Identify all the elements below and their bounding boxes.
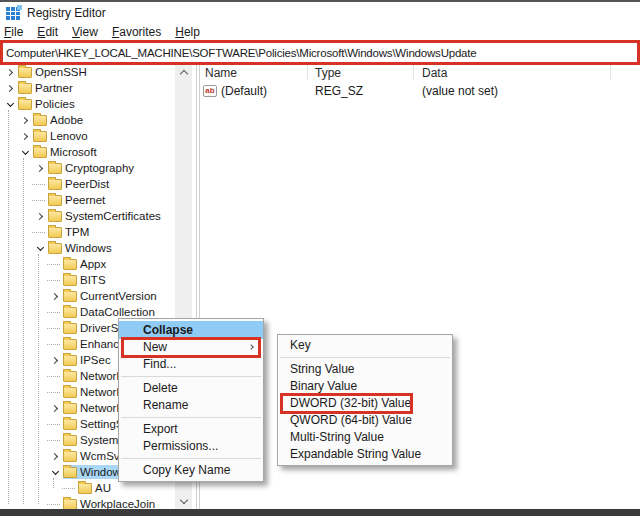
chevron-right-icon[interactable] <box>51 404 58 411</box>
tree-node[interactable]: DataCollection <box>63 305 158 319</box>
tree-item-microsoft[interactable]: Microsoft <box>0 144 100 160</box>
chevron-right-icon[interactable] <box>21 132 28 139</box>
menu-item-export[interactable]: Export <box>119 421 263 438</box>
tree-item-cryptography[interactable]: Cryptography <box>0 160 137 176</box>
menu-item-new[interactable]: New <box>119 339 263 356</box>
tree-expander-slot[interactable] <box>3 103 18 106</box>
tree-expander-slot[interactable] <box>18 134 33 139</box>
tree-node[interactable]: Lenovo <box>33 129 91 143</box>
tree-expander-slot[interactable] <box>18 151 33 154</box>
column-header-data[interactable]: Data <box>422 66 447 80</box>
scroll-down-button[interactable] <box>175 493 192 509</box>
menu-item-find[interactable]: Find... <box>119 356 263 373</box>
chevron-right-icon[interactable] <box>36 164 43 171</box>
tree-node[interactable]: Partner <box>18 81 76 95</box>
tree-node[interactable]: Network <box>63 385 125 399</box>
tree-expander-slot[interactable] <box>3 70 18 75</box>
tree-item-ipsec[interactable]: IPSec <box>0 352 114 368</box>
menu-help[interactable]: Help <box>168 25 207 39</box>
chevron-right-icon[interactable] <box>51 292 58 299</box>
tree-item-tpm[interactable]: TPM <box>0 224 92 240</box>
menu-item-key[interactable]: Key <box>278 337 452 354</box>
scroll-up-button[interactable] <box>175 64 192 80</box>
menu-item-expandable-string-value[interactable]: Expandable String Value <box>278 446 452 463</box>
menu-item-binary-value[interactable]: Binary Value <box>278 378 452 395</box>
chevron-down-icon[interactable] <box>7 99 14 106</box>
menu-item-rename[interactable]: Rename <box>119 397 263 414</box>
tree-expander-slot[interactable] <box>48 358 63 363</box>
address-bar[interactable]: Computer\HKEY_LOCAL_MACHINE\SOFTWARE\Pol… <box>0 40 640 65</box>
tree-node[interactable]: AU <box>78 481 114 495</box>
menu-item-collapse[interactable]: Collapse <box>119 321 263 339</box>
tree-node[interactable]: System <box>63 433 121 447</box>
tree-node[interactable]: BITS <box>63 273 109 287</box>
tree-expander-slot[interactable] <box>48 454 63 459</box>
menu-item-qword-64-bit-value[interactable]: QWORD (64-bit) Value <box>278 412 452 429</box>
tree-item-policies[interactable]: Policies <box>0 96 78 112</box>
column-header-type[interactable]: Type <box>315 66 341 80</box>
address-path[interactable]: Computer\HKEY_LOCAL_MACHINE\SOFTWARE\Pol… <box>3 47 477 59</box>
tree-item-network[interactable]: Network <box>0 368 125 384</box>
menu-view[interactable]: View <box>65 25 105 39</box>
menu-edit[interactable]: Edit <box>30 25 65 39</box>
tree-item-bits[interactable]: BITS <box>0 272 109 288</box>
chevron-down-icon[interactable] <box>37 243 44 250</box>
tree-node[interactable]: Policies <box>18 97 78 111</box>
menu-file[interactable]: File <box>0 25 30 39</box>
tree-item-partner[interactable]: Partner <box>0 80 76 96</box>
tree-item-au[interactable]: AU <box>0 480 114 496</box>
tree-item-wcmsvc[interactable]: WcmSvc <box>0 448 128 464</box>
value-row-default[interactable]: ab (Default) REG_SZ (value not set) <box>200 83 640 100</box>
tree-item-openssh[interactable]: OpenSSH <box>0 64 90 80</box>
tree-node[interactable]: SystemCertificates <box>48 209 164 223</box>
tree-expander-slot[interactable] <box>48 471 63 474</box>
tree-item-windows[interactable]: Windows <box>0 240 115 256</box>
tree-node[interactable]: PeerDist <box>48 177 112 191</box>
chevron-down-icon[interactable] <box>52 467 59 474</box>
menu-item-dword-32-bit-value[interactable]: DWORD (32-bit) Value <box>278 395 452 412</box>
tree-item-peernet[interactable]: Peernet <box>0 192 108 208</box>
tree-item-appx[interactable]: Appx <box>0 256 109 272</box>
tree-item-driverse[interactable]: DriverSe <box>0 320 128 336</box>
menu-favorites[interactable]: Favorites <box>105 25 168 39</box>
tree-node[interactable]: TPM <box>48 225 92 239</box>
tree-expander-slot[interactable] <box>33 166 48 171</box>
tree-item-enhance[interactable]: Enhance <box>0 336 128 352</box>
chevron-right-icon[interactable] <box>51 356 58 363</box>
chevron-down-icon[interactable] <box>22 147 29 154</box>
column-separator[interactable] <box>307 65 308 80</box>
menu-item-multi-string-value[interactable]: Multi-String Value <box>278 429 452 446</box>
chevron-right-icon[interactable] <box>21 116 28 123</box>
column-separator[interactable] <box>413 65 414 80</box>
tree-node[interactable]: SettingS <box>63 417 126 431</box>
tree-item-systemcertificates[interactable]: SystemCertificates <box>0 208 164 224</box>
tree-node[interactable]: Adobe <box>33 113 86 127</box>
value-name[interactable]: (Default) <box>221 84 267 98</box>
tree-item-peerdist[interactable]: PeerDist <box>0 176 112 192</box>
tree-node[interactable]: Cryptography <box>48 161 137 175</box>
tree-expander-slot[interactable] <box>33 247 48 250</box>
tree-node[interactable]: Microsoft <box>33 145 100 159</box>
tree-node[interactable]: Windows <box>48 241 115 255</box>
menu-item-string-value[interactable]: String Value <box>278 361 452 378</box>
column-separator[interactable] <box>610 65 611 80</box>
tree-node[interactable]: Network <box>63 401 125 415</box>
tree-expander-slot[interactable] <box>18 118 33 123</box>
chevron-right-icon[interactable] <box>36 212 43 219</box>
tree-item-settings[interactable]: SettingS <box>0 416 126 432</box>
tree-node[interactable]: Peernet <box>48 193 108 207</box>
tree-node[interactable]: CurrentVersion <box>63 289 160 303</box>
chevron-right-icon[interactable] <box>6 84 13 91</box>
menu-item-delete[interactable]: Delete <box>119 380 263 397</box>
tree-item-adobe[interactable]: Adobe <box>0 112 86 128</box>
menu-item-permissions[interactable]: Permissions... <box>119 438 263 455</box>
tree-item-network[interactable]: Network <box>0 400 125 416</box>
menu-item-copy-key-name[interactable]: Copy Key Name <box>119 462 263 479</box>
tree-node[interactable]: OpenSSH <box>18 65 90 79</box>
tree-node[interactable]: WorkplaceJoin <box>63 497 158 509</box>
column-header-name[interactable]: Name <box>205 66 237 80</box>
tree-item-lenovo[interactable]: Lenovo <box>0 128 91 144</box>
tree-node[interactable]: IPSec <box>63 353 114 367</box>
tree-item-system[interactable]: System <box>0 432 121 448</box>
chevron-right-icon[interactable] <box>51 452 58 459</box>
